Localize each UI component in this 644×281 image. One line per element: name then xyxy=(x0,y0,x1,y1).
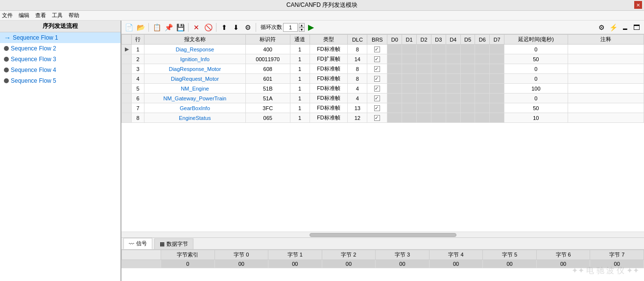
cell-d1 xyxy=(402,113,417,123)
btd-b6: 00 xyxy=(536,260,590,268)
cell-dlc: 14 xyxy=(348,54,367,64)
cell-type: FD标准帧 xyxy=(310,113,348,123)
main-table-area[interactable]: 行 报文名称 标识符 通道 类型 DLC BRS D0 D1 D2 D3 D4 … xyxy=(121,34,644,232)
cell-id: 51A xyxy=(245,94,290,103)
toolbar-sep2 xyxy=(188,23,189,32)
flow-item-label: Sequence Flow 1 xyxy=(13,34,58,41)
brs-checkbox[interactable] xyxy=(374,115,380,121)
cell-id: 400 xyxy=(245,45,290,54)
flow-dot-icon xyxy=(4,57,9,62)
toolbar-open-btn[interactable]: 📂 xyxy=(135,22,146,33)
flow-item-3[interactable]: Sequence Flow 3 xyxy=(0,54,120,65)
menu-tools[interactable]: 工具 xyxy=(52,12,63,19)
row-indicator-cell xyxy=(122,54,132,64)
scroll-thumb[interactable] xyxy=(310,233,456,237)
toolbar-stop-btn[interactable]: 🚫 xyxy=(203,22,214,33)
brs-checkbox[interactable] xyxy=(374,86,380,92)
close-button[interactable]: ✕ xyxy=(634,1,642,9)
table-row[interactable]: 5NM_Engine51B1FD标准帧4100 xyxy=(122,84,644,94)
cell-brs[interactable] xyxy=(367,84,387,94)
btd-index: 0 xyxy=(161,260,215,268)
scroll-bar[interactable] xyxy=(121,232,644,237)
table-row[interactable]: 6NM_Gateway_PowerTrain51A1FD标准帧40 xyxy=(122,94,644,103)
loop-up-btn[interactable]: ▲ xyxy=(299,23,305,27)
loop-down-btn[interactable]: ▼ xyxy=(299,27,305,32)
cell-id: 601 xyxy=(245,74,290,84)
cell-id: 3FC xyxy=(245,103,290,113)
toolbar-save-btn[interactable]: 💾 xyxy=(175,22,186,33)
brs-checkbox[interactable] xyxy=(374,47,380,52)
row-indicator-cell xyxy=(122,113,132,123)
cell-d3 xyxy=(431,45,446,54)
table-row[interactable]: 8EngineStatus0651FD标准帧1210 xyxy=(122,113,644,123)
table-row[interactable]: ▶1Diag_Response4001FD标准帧80 xyxy=(122,45,644,54)
tab-signal[interactable]: 〰 信号 xyxy=(123,238,152,249)
cell-d1 xyxy=(402,103,417,113)
cell-delay: 10 xyxy=(504,113,568,123)
tab-databyte[interactable]: ▦ 数据字节 xyxy=(154,238,193,249)
cell-d2 xyxy=(417,45,431,54)
cell-id: 00011970 xyxy=(245,54,290,64)
cell-type: FD标准帧 xyxy=(310,103,348,113)
toolbar-paste-btn[interactable]: 📌 xyxy=(163,22,174,33)
brs-checkbox[interactable] xyxy=(374,95,380,101)
flow-item-2[interactable]: Sequence Flow 2 xyxy=(0,43,120,54)
loop-input[interactable] xyxy=(283,23,298,32)
toolbar-delete-btn[interactable]: ✕ xyxy=(191,22,202,33)
cell-d2 xyxy=(417,54,431,64)
cell-d7 xyxy=(490,94,504,103)
flow-arrow-icon: → xyxy=(4,34,11,42)
cell-row: 8 xyxy=(132,113,144,123)
brs-checkbox[interactable] xyxy=(374,105,380,111)
cell-delay: 0 xyxy=(504,64,568,74)
cell-brs[interactable] xyxy=(367,45,387,54)
toolbar-export-btn[interactable]: ⬇ xyxy=(231,22,241,33)
table-row[interactable]: 4DiagRequest_Motor6011FD标准帧80 xyxy=(122,74,644,84)
signal-tab-label: 信号 xyxy=(136,240,147,247)
cell-d4 xyxy=(446,64,460,74)
menu-view[interactable]: 查看 xyxy=(35,12,46,19)
btd-b7: 00 xyxy=(590,260,644,268)
table-row[interactable]: 3DiagResponse_Motor6081FD标准帧80 xyxy=(122,64,644,74)
cell-d3 xyxy=(431,103,446,113)
brs-checkbox[interactable] xyxy=(374,56,380,62)
cell-channel: 1 xyxy=(290,103,310,113)
menu-file[interactable]: 文件 xyxy=(2,12,13,19)
table-row[interactable]: 7GearBoxInfo3FC1FD标准帧1350 xyxy=(122,103,644,113)
toolbar-settings-btn[interactable]: ⚙ xyxy=(596,22,607,33)
flow-item-5[interactable]: Sequence Flow 5 xyxy=(0,75,120,86)
toolbar-lightning-btn[interactable]: ⚡ xyxy=(608,22,619,33)
toolbar-play-btn[interactable]: ▶ xyxy=(306,22,316,33)
menu-edit[interactable]: 编辑 xyxy=(19,12,29,19)
th-d4: D4 xyxy=(446,35,460,45)
th-d3: D3 xyxy=(431,35,446,45)
cell-dlc: 8 xyxy=(348,74,367,84)
cell-brs[interactable] xyxy=(367,113,387,123)
flow-item-4[interactable]: Sequence Flow 4 xyxy=(0,65,120,75)
cell-comment xyxy=(568,84,644,94)
flow-dot-icon xyxy=(4,78,9,83)
toolbar-import-btn[interactable]: ⬆ xyxy=(219,22,230,33)
cell-brs[interactable] xyxy=(367,54,387,64)
toolbar-minimize-btn[interactable]: 🗕 xyxy=(620,22,630,33)
bth-b7: 字节 7 xyxy=(590,250,644,260)
cell-row: 7 xyxy=(132,103,144,113)
toolbar-copy-btn[interactable]: 📋 xyxy=(151,22,162,33)
bottom-tabs: 〰 信号 ▦ 数据字节 xyxy=(121,237,644,249)
toolbar-config-btn[interactable]: ⚙ xyxy=(242,22,253,33)
th-id: 标识符 xyxy=(245,35,290,45)
toolbar-expand-btn[interactable]: 🗖 xyxy=(631,22,642,33)
cell-brs[interactable] xyxy=(367,64,387,74)
brs-checkbox[interactable] xyxy=(374,76,380,82)
brs-checkbox[interactable] xyxy=(374,66,380,72)
toolbar-add-btn[interactable]: 📄 xyxy=(123,22,134,33)
table-row[interactable]: 2Ignition_Info000119701FD扩展帧1450 xyxy=(122,54,644,64)
cell-dlc: 12 xyxy=(348,113,367,123)
th-d7: D7 xyxy=(490,35,504,45)
cell-d4 xyxy=(446,54,460,64)
cell-brs[interactable] xyxy=(367,94,387,103)
flow-item-1[interactable]: →Sequence Flow 1 xyxy=(0,32,120,43)
cell-brs[interactable] xyxy=(367,74,387,84)
cell-brs[interactable] xyxy=(367,103,387,113)
menu-help[interactable]: 帮助 xyxy=(69,12,79,19)
